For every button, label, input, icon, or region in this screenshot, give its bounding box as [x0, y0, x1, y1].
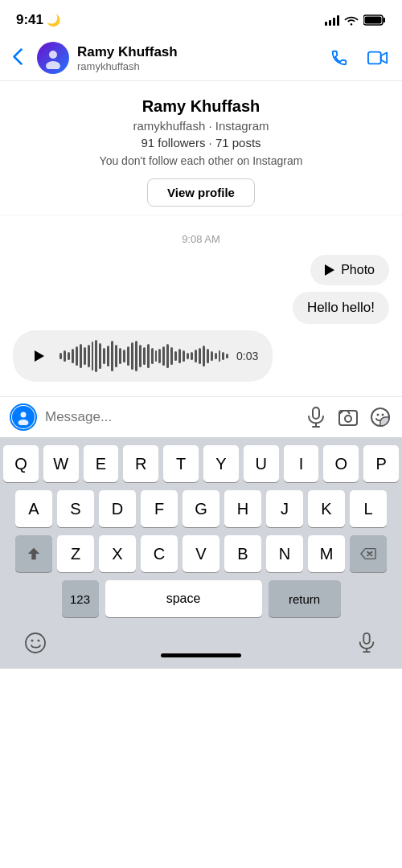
key-n[interactable]: N	[266, 535, 303, 572]
numbers-key[interactable]: 123	[62, 580, 99, 617]
keyboard: Q W E R T Y U I O P A S D F G H J K L Z …	[0, 437, 402, 669]
key-x[interactable]: X	[99, 535, 136, 572]
key-s[interactable]: S	[57, 490, 94, 527]
status-time: 9:41 🌙	[16, 12, 60, 28]
photo-bubble[interactable]: Photo	[310, 255, 389, 285]
photo-label: Photo	[341, 263, 375, 277]
key-q[interactable]: Q	[3, 445, 39, 482]
key-z[interactable]: Z	[57, 535, 94, 572]
input-bar	[0, 396, 402, 437]
emoji-key[interactable]	[19, 627, 51, 659]
key-t[interactable]: T	[163, 445, 199, 482]
profile-name: Ramy Khuffash	[13, 97, 389, 116]
svg-rect-2	[365, 17, 382, 24]
svg-rect-5	[368, 52, 381, 64]
shift-key[interactable]	[15, 535, 52, 572]
profile-follow-note: You don't follow each other on Instagram	[13, 154, 389, 167]
status-icons	[325, 14, 386, 26]
svg-point-7	[18, 420, 29, 425]
profile-stats: 91 followers · 71 posts	[13, 136, 389, 149]
svg-rect-1	[384, 18, 386, 23]
play-icon	[325, 264, 334, 276]
voice-duration: 0:03	[236, 350, 258, 362]
svg-point-17	[31, 640, 34, 642]
delete-key[interactable]	[350, 535, 387, 572]
svg-point-16	[26, 633, 45, 653]
view-profile-button[interactable]: View profile	[147, 178, 255, 207]
key-w[interactable]: W	[43, 445, 79, 482]
return-key[interactable]: return	[269, 580, 341, 617]
svg-point-3	[49, 51, 57, 59]
keyboard-row-2: A S D F G H J K L	[3, 490, 399, 527]
text-bubble: Hello hello!	[293, 292, 389, 324]
key-d[interactable]: D	[99, 490, 136, 527]
svg-point-14	[377, 414, 379, 416]
key-l[interactable]: L	[350, 490, 387, 527]
text-message-row: Hello hello!	[13, 292, 389, 324]
keyboard-row-1: Q W E R T Y U I O P	[3, 445, 399, 482]
voice-message-row: 0:03	[13, 330, 389, 382]
key-u[interactable]: U	[244, 445, 279, 482]
svg-rect-8	[313, 407, 319, 419]
key-o[interactable]: O	[323, 445, 359, 482]
key-y[interactable]: Y	[203, 445, 239, 482]
profile-handle: ramykhuffash · Instagram	[13, 119, 389, 133]
photo-button[interactable]	[336, 405, 360, 429]
svg-point-15	[382, 414, 384, 416]
video-button[interactable]	[367, 47, 389, 69]
header-actions	[328, 47, 389, 69]
header-username: ramykhuffash	[77, 60, 320, 72]
svg-point-4	[46, 61, 60, 69]
profile-card: Ramy Khuffash ramykhuffash · Instagram 9…	[0, 81, 402, 215]
key-h[interactable]: H	[224, 490, 261, 527]
avatar	[37, 42, 69, 74]
wifi-icon	[344, 14, 359, 26]
key-b[interactable]: B	[224, 535, 261, 572]
moon-icon: 🌙	[47, 14, 60, 27]
photo-message-row: Photo	[13, 255, 389, 285]
key-c[interactable]: C	[141, 535, 178, 572]
key-v[interactable]: V	[183, 535, 219, 572]
header-name-group: Ramy Khuffash ramykhuffash	[77, 44, 320, 72]
status-bar: 9:41 🌙	[0, 0, 402, 35]
voice-bubble[interactable]: 0:03	[13, 330, 273, 382]
header: Ramy Khuffash ramykhuffash	[0, 35, 402, 81]
svg-point-6	[21, 412, 27, 418]
mic-button[interactable]	[304, 405, 328, 429]
key-g[interactable]: G	[183, 490, 219, 527]
sticker-button[interactable]	[368, 405, 392, 429]
back-button[interactable]	[13, 45, 29, 72]
key-m[interactable]: M	[308, 535, 345, 572]
svg-point-18	[38, 640, 40, 642]
phone-button[interactable]	[328, 47, 351, 69]
signal-bars-icon	[325, 14, 339, 26]
svg-point-12	[345, 416, 351, 422]
key-f[interactable]: F	[141, 490, 178, 527]
key-k[interactable]: K	[308, 490, 345, 527]
battery-icon	[363, 14, 386, 26]
svg-rect-19	[363, 633, 369, 644]
header-name: Ramy Khuffash	[77, 44, 320, 60]
home-indicator	[161, 653, 241, 657]
key-a[interactable]: A	[15, 490, 52, 527]
key-j[interactable]: J	[266, 490, 303, 527]
voice-waveform	[59, 340, 228, 372]
key-p[interactable]: P	[363, 445, 399, 482]
keyboard-row-4: 123 space return	[3, 580, 399, 617]
space-key[interactable]: space	[105, 580, 262, 617]
voice-play-button[interactable]	[27, 344, 51, 368]
keyboard-row-3: Z X C V B N M	[3, 535, 399, 572]
key-i[interactable]: I	[284, 445, 319, 482]
key-r[interactable]: R	[123, 445, 158, 482]
message-input[interactable]	[45, 409, 296, 425]
input-avatar	[10, 403, 37, 431]
messages-area: 9:08 AM Photo Hello hello!	[0, 215, 402, 396]
time-divider: 9:08 AM	[13, 233, 389, 245]
keyboard-mic-key[interactable]	[351, 627, 383, 659]
key-e[interactable]: E	[84, 445, 119, 482]
voice-play-icon	[35, 350, 44, 362]
keyboard-bottom-row	[3, 625, 399, 662]
